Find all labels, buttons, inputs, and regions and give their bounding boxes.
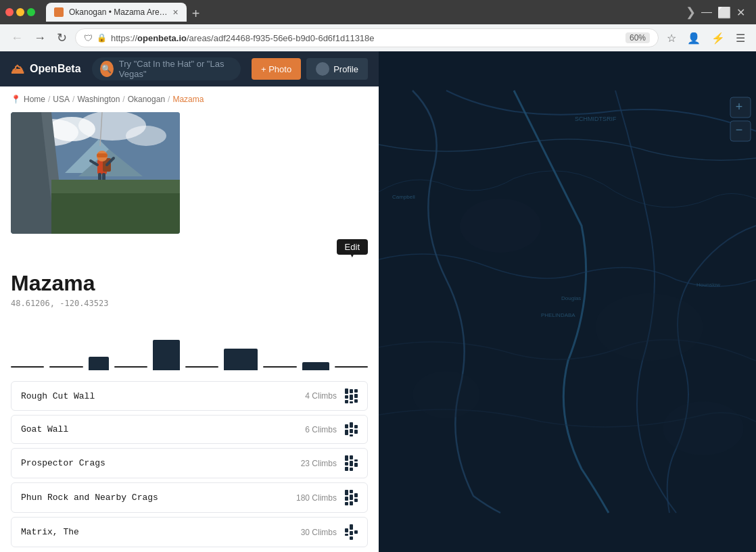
tab-close-button[interactable]: ×	[173, 7, 179, 18]
area-item-matrix[interactable]: Matrix, The 30 Climbs	[11, 517, 368, 547]
breadcrumb-usa[interactable]: USA	[53, 95, 70, 104]
area-climbs-4: 180 Climbs	[296, 493, 337, 503]
profile-avatar	[316, 62, 329, 76]
zoom-level[interactable]: 60%	[625, 32, 650, 43]
extensions-button[interactable]: ⚡	[709, 29, 728, 47]
map-label-3: Douglas	[561, 295, 581, 301]
back-button[interactable]: ←	[8, 28, 26, 48]
search-placeholder: Try "Cat In the Hat" or "Las Vegas"	[119, 59, 233, 79]
tab-overflow-button[interactable]: ❯	[686, 5, 696, 20]
areas-list: Rough Cut Wall 4 Climbs Goat Wall 6 Clim…	[0, 381, 379, 552]
chart-bar-3	[89, 357, 109, 370]
area-grid-icon-3	[345, 455, 358, 471]
minimize-btn[interactable]: —	[701, 6, 712, 19]
chart-line-2	[49, 366, 82, 368]
hero-image	[11, 112, 180, 234]
chart-line-6	[263, 366, 296, 368]
maximize-window-button[interactable]	[27, 8, 35, 16]
area-grid-icon-1	[345, 388, 358, 403]
search-icon-circle: 🔍	[100, 61, 114, 77]
map-label-5: Hounslow	[696, 282, 720, 288]
map-panel: SCHMIDTSRIF Campbell Douglas PHELINDABA …	[379, 51, 756, 552]
area-name-5: Matrix, The	[21, 527, 301, 537]
app-header: ⛰ OpenBeta 🔍 Try "Cat In the Hat" or "La…	[0, 51, 379, 86]
edit-tooltip: Edit	[337, 239, 368, 255]
area-grid-icon-5	[345, 524, 358, 540]
area-item-phun-rock[interactable]: Phun Rock and Nearby Crags 180 Climbs	[11, 482, 368, 513]
edit-label[interactable]: Edit	[345, 242, 360, 252]
profile-label: Profile	[333, 64, 358, 74]
header-actions: + Photo Profile	[252, 58, 368, 80]
nav-right-icons: ☆ 👤 ⚡ ☰	[664, 29, 748, 47]
location-section: Mazama 48.61206, -120.43523	[0, 260, 379, 330]
hero-svg	[11, 112, 180, 234]
bookmark-button[interactable]: ☆	[664, 29, 679, 47]
area-item-prospector-crags[interactable]: Prospector Crags 23 Climbs	[11, 448, 368, 478]
tab-title: Okanogan • Mazama Are…	[69, 7, 168, 17]
firefox-account-button[interactable]: 👤	[684, 29, 703, 47]
close-window-button[interactable]	[5, 8, 14, 16]
map-label-4: PHELINDABA	[541, 312, 575, 318]
area-climbs-5: 30 Climbs	[301, 528, 337, 537]
area-climbs-2: 6 Climbs	[305, 425, 337, 434]
chart-bars	[11, 330, 368, 370]
forward-button[interactable]: →	[31, 28, 49, 48]
chart-bar-5	[224, 349, 258, 370]
left-panel: ⛰ OpenBeta 🔍 Try "Cat In the Hat" or "La…	[0, 51, 379, 552]
browser-frame: Okanogan • Mazama Are… × + ❯ — ⬜ ✕ ← → ↻…	[0, 0, 756, 552]
area-item-goat-wall[interactable]: Goat Wall 6 Climbs	[11, 415, 368, 444]
location-pin-icon: 📍	[11, 95, 21, 104]
url-display: https://openbeta.io/areas/adf24468-f935-…	[111, 33, 375, 43]
search-bar[interactable]: 🔍 Try "Cat In the Hat" or "Las Vegas"	[92, 57, 241, 80]
restore-btn[interactable]: ⬜	[717, 6, 731, 19]
map-label-1: SCHMIDTSRIF	[575, 116, 617, 122]
tab-favicon	[54, 7, 64, 17]
reload-button[interactable]: ↻	[54, 28, 70, 48]
active-tab[interactable]: Okanogan • Mazama Are… ×	[46, 3, 187, 22]
map-svg: SCHMIDTSRIF Campbell Douglas PHELINDABA …	[379, 51, 756, 552]
svg-rect-15	[97, 153, 108, 157]
area-climbs-3: 23 Climbs	[301, 459, 337, 468]
area-grid-icon-4	[345, 490, 358, 505]
area-name-2: Goat Wall	[21, 424, 305, 434]
new-tab-button[interactable]: +	[187, 6, 206, 22]
svg-point-4	[126, 126, 166, 146]
breadcrumb-sep-2: /	[72, 95, 74, 104]
area-name-4: Phun Rock and Nearby Crags	[21, 493, 296, 503]
area-climbs-1: 4 Climbs	[305, 391, 337, 401]
lock-icon: 🔒	[97, 33, 107, 43]
add-photo-button[interactable]: + Photo	[252, 58, 301, 80]
page-title: Mazama	[11, 271, 368, 296]
logo-text: OpenBeta	[30, 63, 81, 75]
svg-text:+: +	[736, 100, 743, 114]
chart-section	[0, 330, 379, 381]
browser-navbar: ← → ↻ 🛡 🔒 https://openbeta.io/areas/adf2…	[0, 24, 756, 51]
area-name-3: Prospector Crags	[21, 458, 301, 468]
app-logo: ⛰ OpenBeta	[11, 61, 81, 77]
breadcrumb-current: Mazama	[172, 95, 204, 104]
hero-image-container	[11, 112, 368, 234]
breadcrumb: 📍 Home / USA / Washington / Okanogan / M…	[0, 86, 379, 112]
area-grid-icon-2	[345, 422, 358, 436]
chart-bar-6	[302, 362, 329, 370]
profile-button[interactable]: Profile	[306, 58, 368, 80]
breadcrumb-okanogan[interactable]: Okanogan	[128, 95, 165, 104]
edit-button-container: Edit	[0, 234, 379, 260]
chart-bar-highlight	[153, 340, 180, 370]
logo-icon: ⛰	[11, 61, 24, 77]
chart-line-7	[335, 366, 368, 368]
menu-button[interactable]: ☰	[733, 29, 748, 47]
breadcrumb-washington[interactable]: Washington	[77, 95, 120, 104]
svg-point-22	[595, 293, 703, 361]
address-bar[interactable]: 🛡 🔒 https://openbeta.io/areas/adf24468-f…	[75, 28, 659, 47]
browser-tabs: Okanogan • Mazama Are… × +	[41, 3, 678, 22]
chart-line-4	[114, 366, 147, 368]
map-label-2: Campbell	[392, 194, 415, 200]
svg-rect-18	[51, 186, 180, 234]
breadcrumb-sep-3: /	[122, 95, 124, 104]
area-name-1: Rough Cut Wall	[21, 391, 305, 401]
breadcrumb-home[interactable]: Home	[24, 95, 45, 104]
minimize-window-button[interactable]	[16, 8, 24, 16]
area-item-rough-cut-wall[interactable]: Rough Cut Wall 4 Climbs	[11, 381, 368, 411]
close-btn[interactable]: ✕	[736, 6, 745, 19]
